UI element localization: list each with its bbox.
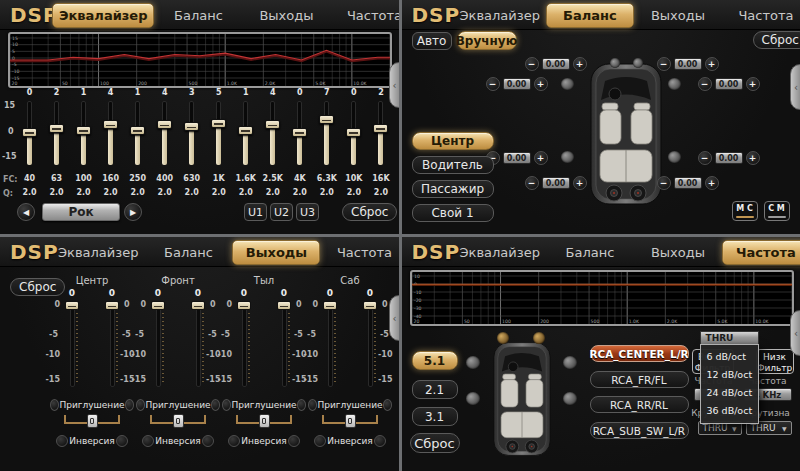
slider-track[interactable] <box>282 303 287 387</box>
plus-button[interactable]: + <box>573 57 587 71</box>
tab-frequency[interactable]: Частота <box>330 2 398 28</box>
panel-slide-handle[interactable]: ‹ <box>790 310 800 356</box>
link-lock-icon[interactable] <box>87 414 98 428</box>
slider-thumb[interactable] <box>211 119 226 128</box>
tab-outputs[interactable]: Выходы <box>232 239 320 265</box>
slider-thumb[interactable] <box>65 301 79 310</box>
slider-track[interactable] <box>196 303 201 387</box>
slider-track[interactable] <box>328 303 333 387</box>
tab-balance[interactable]: Баланс <box>154 2 242 28</box>
mute-checkbox-right[interactable] <box>211 399 220 411</box>
dropdown-option[interactable]: 6 dB/oct <box>701 348 758 366</box>
balance-preset-driver[interactable]: Водитель <box>412 156 494 174</box>
slider-thumb[interactable] <box>22 128 37 137</box>
slider-thumb[interactable] <box>157 120 172 129</box>
tab-equalizer[interactable]: Эквалайзер <box>454 239 546 265</box>
memory-u1-button[interactable]: U1 <box>244 203 267 221</box>
output-slider-right[interactable] <box>362 301 378 387</box>
mc-mode-button[interactable]: M C <box>732 201 758 221</box>
output-slider-left[interactable] <box>64 301 80 387</box>
slider-thumb[interactable] <box>103 120 118 129</box>
dropdown-selected-value[interactable]: THRU <box>700 331 759 345</box>
eq-band-slider[interactable] <box>124 99 151 169</box>
memory-u3-button[interactable]: U3 <box>296 203 319 221</box>
slider-thumb[interactable] <box>363 301 377 310</box>
slider-thumb[interactable] <box>277 301 291 310</box>
tab-frequency[interactable]: Частота <box>722 2 800 28</box>
balance-preset-center[interactable]: Центр <box>412 132 494 150</box>
minus-button[interactable]: − <box>657 176 671 190</box>
panel-slide-handle[interactable]: ‹ <box>389 62 399 108</box>
channel-rca-front-button[interactable]: RCA_FR/FL <box>590 371 689 388</box>
invert-checkbox-right[interactable] <box>374 435 386 447</box>
tab-equalizer[interactable]: Эквалайзер <box>52 2 154 28</box>
slider-thumb[interactable] <box>373 124 388 133</box>
invert-checkbox-left[interactable] <box>314 435 326 447</box>
balance-auto-button[interactable]: Авто <box>412 32 452 50</box>
mute-checkbox-left[interactable] <box>136 399 145 411</box>
eq-band-slider[interactable] <box>43 99 70 169</box>
eq-band-slider[interactable] <box>178 99 205 169</box>
slider-thumb[interactable] <box>237 301 251 310</box>
slider-thumb[interactable] <box>265 120 280 129</box>
slider-thumb[interactable] <box>151 301 165 310</box>
tab-balance[interactable]: Баланс <box>546 2 634 28</box>
slider-track[interactable] <box>242 303 247 387</box>
balance-preset-custom1[interactable]: Свой 1 <box>412 204 494 222</box>
channel-rca-rear-button[interactable]: RCA_RR/RL <box>590 396 689 413</box>
balance-reset-button[interactable]: Сброс <box>753 31 800 49</box>
eq-band-slider[interactable] <box>232 99 259 169</box>
balance-preset-passenger[interactable]: Пассажир <box>412 180 494 198</box>
preset-next-button[interactable]: ▶ <box>124 203 142 221</box>
channel-rca-sub-button[interactable]: RCA_SUB_SW_L/R <box>590 422 689 439</box>
invert-checkbox-left[interactable] <box>228 435 240 447</box>
slider-thumb[interactable] <box>292 128 307 137</box>
tab-balance[interactable]: Баланс <box>546 239 634 265</box>
eq-band-slider[interactable] <box>205 99 232 169</box>
tab-outputs[interactable]: Выходы <box>634 2 722 28</box>
dropdown-option[interactable]: 12 dB/oct <box>701 366 758 384</box>
eq-band-slider[interactable] <box>70 99 97 169</box>
tab-equalizer[interactable]: Эквалайзер <box>454 2 546 28</box>
mode-3-1-button[interactable]: 3.1 <box>412 407 458 426</box>
eq-band-slider[interactable] <box>259 99 286 169</box>
slider-thumb[interactable] <box>76 126 91 135</box>
slider-thumb[interactable] <box>238 126 253 135</box>
slider-thumb[interactable] <box>49 124 64 133</box>
output-slider-right[interactable] <box>190 301 206 387</box>
plus-button[interactable]: + <box>573 176 587 190</box>
minus-button[interactable]: − <box>698 151 712 165</box>
slider-thumb[interactable] <box>346 128 361 137</box>
output-slider-left[interactable] <box>322 301 338 387</box>
panel-slide-handle[interactable]: ‹ <box>790 64 800 110</box>
slider-track[interactable] <box>368 303 373 387</box>
link-lock-icon[interactable] <box>259 414 270 428</box>
mode-5-1-button[interactable]: 5.1 <box>412 351 458 370</box>
minus-button[interactable]: − <box>525 176 539 190</box>
mute-checkbox-right[interactable] <box>383 399 392 411</box>
plus-button[interactable]: + <box>705 176 719 190</box>
eq-reset-button[interactable]: Сброс <box>342 203 397 221</box>
slider-track[interactable] <box>70 303 75 387</box>
slider-track[interactable] <box>110 303 115 387</box>
mute-checkbox-right[interactable] <box>297 399 306 411</box>
eq-preset-display[interactable]: Рок <box>42 203 120 221</box>
preset-prev-button[interactable]: ◀ <box>17 203 35 221</box>
tab-frequency[interactable]: Частота <box>722 239 800 265</box>
plus-button[interactable]: + <box>705 57 719 71</box>
output-slider-right[interactable] <box>276 301 292 387</box>
eq-band-slider[interactable] <box>313 99 340 169</box>
plus-button[interactable]: + <box>534 151 548 165</box>
minus-button[interactable]: − <box>525 57 539 71</box>
slider-thumb[interactable] <box>191 301 205 310</box>
slider-thumb[interactable] <box>319 115 334 124</box>
mute-checkbox-left[interactable] <box>50 399 59 411</box>
plus-button[interactable]: + <box>534 77 548 91</box>
invert-checkbox-right[interactable] <box>116 435 128 447</box>
slider-thumb[interactable] <box>323 301 337 310</box>
link-lock-icon[interactable] <box>173 414 184 428</box>
cm-mode-button[interactable]: C M <box>764 201 790 221</box>
dropdown-option[interactable]: 36 dB/oct <box>701 402 758 420</box>
invert-checkbox-left[interactable] <box>56 435 68 447</box>
tab-balance[interactable]: Баланс <box>144 239 232 265</box>
